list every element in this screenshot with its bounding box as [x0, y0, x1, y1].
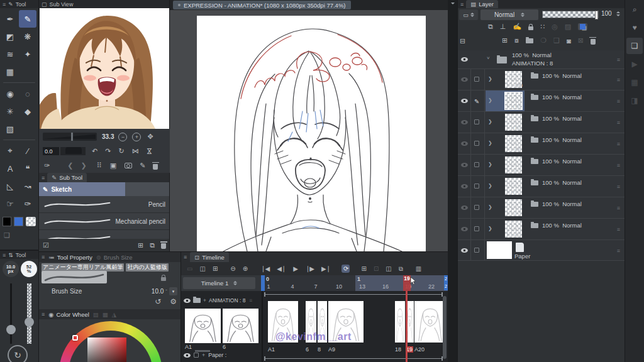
go-end-icon[interactable]: ▶❘: [319, 265, 332, 273]
playback-range-bar[interactable]: [264, 292, 443, 297]
timeline-vertical-scrollbar[interactable]: [443, 296, 447, 359]
mask-link-icon[interactable]: ⊠: [578, 36, 584, 45]
go-start-icon[interactable]: ❘◀: [258, 265, 271, 273]
layer-checkbox[interactable]: [474, 226, 479, 231]
layer-menu-icon[interactable]: ≡: [617, 77, 620, 83]
delete-layer-icon[interactable]: [591, 37, 596, 45]
layer-checkbox[interactable]: [474, 77, 479, 82]
lock-layer-icon[interactable]: [528, 24, 533, 30]
layer-visibility-icon[interactable]: [461, 163, 468, 167]
onion-settings-icon[interactable]: ⧉: [397, 265, 404, 273]
fit-image-icon[interactable]: ▣: [110, 162, 116, 170]
track-edge-icon[interactable]: ▥: [414, 265, 423, 273]
selector-updown-icon[interactable]: [233, 281, 237, 286]
sub-tool-item[interactable]: Mechanical pencil: [39, 213, 169, 230]
layer-visibility-icon[interactable]: [461, 77, 468, 82]
color-slider-tab-icon[interactable]: ▤: [93, 311, 99, 318]
reset-rotation-icon[interactable]: ↻: [118, 147, 124, 155]
duplicate-sub-tool-icon[interactable]: ⧉: [150, 241, 155, 250]
paper-visibility-icon[interactable]: [184, 353, 191, 358]
new-layer-settings-icon[interactable]: ⧇: [514, 36, 519, 45]
layer-row[interactable]: ✎ ❯ 100 % Normal A1 ≡: [458, 219, 625, 240]
blend-mode-dropdown[interactable]: Normal: [480, 9, 538, 20]
layer-row[interactable]: ✎ ❯ 100 % Normal 8 ≡: [458, 155, 625, 176]
wrench-settings-icon[interactable]: ⚙: [170, 297, 177, 306]
panel-menu-icon[interactable]: ≡: [3, 252, 6, 258]
balloon-tool[interactable]: ❝: [19, 160, 36, 177]
flip-vertical-icon[interactable]: ⋈: [145, 148, 153, 155]
zoom-in-button[interactable]: +: [132, 133, 141, 141]
new-folder-icon[interactable]: [526, 38, 533, 43]
edit-palette-icon[interactable]: ❏: [4, 231, 10, 239]
layer-visibility-icon[interactable]: [461, 57, 468, 62]
layer-opacity-slider[interactable]: [542, 11, 599, 18]
timeline-ruler[interactable]: Timeline 1 01 1471013161922 19 2 2: [181, 275, 448, 291]
airbrush-tool[interactable]: ≋: [1, 45, 19, 63]
color-set-tab-icon[interactable]: ▦: [103, 311, 108, 318]
layer-visibility-icon[interactable]: [461, 206, 468, 210]
new-timeline-icon[interactable]: ⊞: [211, 265, 219, 273]
panel-menu-icon[interactable]: ≡: [42, 254, 45, 260]
prev-frame-icon[interactable]: ◀❘: [275, 265, 287, 273]
text-tool[interactable]: A: [1, 160, 19, 177]
expand-layer-icon[interactable]: ❯: [488, 204, 492, 210]
cel-settings-icon[interactable]: ⊡: [372, 265, 380, 273]
new-raster-layer-icon[interactable]: ⊞: [502, 36, 508, 45]
timeline-settings-icon[interactable]: ◫: [197, 265, 206, 273]
collapse-folder-icon[interactable]: ˅: [487, 55, 490, 61]
timeline-cels-area[interactable]: A1 6 8: [263, 291, 448, 362]
divider-2[interactable]: [3, 140, 35, 140]
layer-visibility-icon[interactable]: [461, 99, 468, 103]
combine-mode-button[interactable]: ▭: [459, 9, 478, 20]
timeline-cel[interactable]: 8: [318, 301, 327, 350]
timeline-cel[interactable]: A9: [328, 301, 364, 350]
divider-1[interactable]: [3, 82, 35, 83]
layer-row[interactable]: ✎ ❯ 100 % Normal A20 ≡: [458, 69, 625, 90]
navigator-switch-icon[interactable]: ✥: [147, 133, 153, 141]
opacity-slider[interactable]: [27, 283, 31, 344]
figure-tool[interactable]: ◺: [1, 177, 19, 195]
layer-row[interactable]: ✎ ❯ 100 % Normal 19 ≡: [458, 90, 625, 112]
layer-checkbox[interactable]: [474, 119, 479, 124]
hue-cursor[interactable]: [72, 335, 78, 341]
play-icon[interactable]: ▶: [291, 265, 299, 273]
layer-row[interactable]: ✎ ❯ 100 % Normal A9 ≡: [458, 133, 625, 155]
ruler-icon[interactable]: ⊥: [500, 23, 506, 31]
layer-row[interactable]: ✎ ❯ 100 % Normal 18 ≡: [458, 112, 625, 133]
brush-size-tab[interactable]: ⊚ Brush Size: [96, 254, 133, 261]
track-menu-icon[interactable]: ≡: [249, 297, 252, 304]
layer-visibility-icon[interactable]: [461, 248, 468, 253]
zoom-out-icon[interactable]: ⊖: [228, 265, 236, 273]
canvas-tab[interactable]: EXPRESSION - ANIMATION* (1080 x 1080px 3…: [173, 1, 351, 9]
material-panel-icon[interactable]: ♥: [626, 19, 643, 36]
slider-toggle-button[interactable]: ▾: [169, 287, 177, 295]
brush-size-value[interactable]: 10.0: [152, 288, 164, 295]
onion-skin-icon[interactable]: ◫: [384, 265, 392, 273]
new-cel-icon[interactable]: ⊞: [359, 265, 367, 273]
transparent-color-swatch[interactable]: [26, 217, 36, 226]
layer-property-panel-icon[interactable]: ◨: [626, 92, 643, 109]
gradient-tool[interactable]: ▧: [1, 120, 19, 138]
undo-button[interactable]: ↻: [8, 345, 28, 362]
pen-tool[interactable]: ✒: [1, 10, 19, 28]
preview-cel-thumb[interactable]: [185, 309, 221, 343]
layer-checkbox[interactable]: [474, 162, 479, 167]
combine-link-icon[interactable]: ❍: [540, 36, 547, 45]
panel-menu-icon[interactable]: ≡: [460, 1, 464, 8]
liquify-tool[interactable]: ◉: [1, 85, 19, 102]
sub-tool-group-row[interactable]: ✎ Sketch: [39, 182, 169, 196]
sub-tool-item[interactable]: Pencil: [39, 196, 169, 213]
merge-link-icon[interactable]: ❑: [553, 36, 560, 45]
playback-range-bar-bottom[interactable]: [264, 356, 443, 361]
layer-menu-icon[interactable]: ≡: [617, 184, 620, 190]
brush-size-badge[interactable]: 10.0px: [3, 261, 19, 277]
opacity-slider-knob[interactable]: [25, 317, 34, 327]
expand-layer-icon[interactable]: ❯: [488, 162, 492, 167]
layer-tab[interactable]: ▤ Layer: [466, 0, 498, 8]
hand-tool[interactable]: ☞: [1, 195, 19, 212]
next-frame-icon[interactable]: ❘▶: [303, 265, 316, 273]
expand-layer-icon[interactable]: ❯: [488, 119, 492, 124]
layer-checkbox[interactable]: [474, 205, 479, 210]
color-wheel-tab[interactable]: ◉ Color Wheel: [48, 311, 89, 318]
decoration-tool[interactable]: ✦: [19, 45, 36, 63]
